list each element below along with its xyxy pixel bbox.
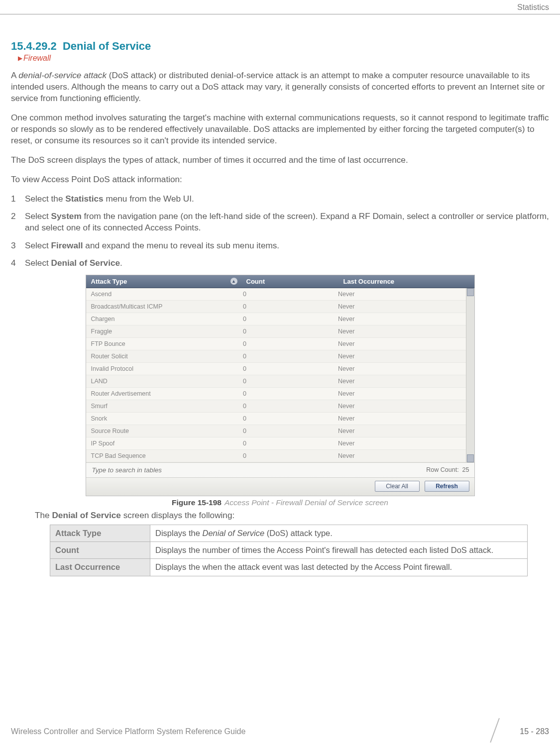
cell-count: 0 [238, 388, 333, 400]
scroll-up-icon[interactable] [467, 288, 474, 296]
text-emphasis: denial-of-service attack [18, 70, 107, 80]
table-row[interactable]: TCP Bad Sequence0Never [86, 450, 466, 462]
table-row[interactable]: Fraggle0Never [86, 325, 466, 338]
header-rule [0, 14, 560, 14]
table-body: Ascend0Never Broadcast/Multicast ICMP0Ne… [86, 288, 474, 462]
text-bold: Denial of Service [52, 510, 121, 520]
scroll-down-icon[interactable] [467, 454, 474, 462]
refresh-button[interactable]: Refresh [425, 481, 469, 492]
table-row[interactable]: IP Spoof0Never [86, 437, 466, 450]
paragraph-2: One common method involves saturating th… [11, 112, 549, 146]
cell-count: 0 [238, 375, 333, 387]
step-1: Select the Statistics menu from the Web … [11, 193, 549, 205]
cell-attack: FTP Bounce [86, 338, 238, 350]
table-row[interactable]: Invalid Protocol0Never [86, 363, 466, 375]
dos-screenshot: Attack Type ▲ Count Last Occurrence Asce… [86, 275, 475, 496]
cell-attack: Chargen [86, 313, 238, 325]
step-3: Select Firewall and expand the menu to r… [11, 240, 549, 251]
breadcrumb-arrow-icon: ▶ [18, 55, 22, 62]
cell-last: Never [333, 301, 466, 313]
text: A [11, 70, 18, 80]
step-4: Select Denial of Service. [11, 257, 549, 269]
table-row[interactable]: Ascend0Never [86, 288, 466, 301]
col-header-last-occurrence[interactable]: Last Occurrence [338, 275, 474, 288]
clear-all-button[interactable]: Clear All [375, 481, 420, 492]
text: The [35, 510, 52, 520]
table-row[interactable]: Router Advertisement0Never [86, 388, 466, 400]
cell-count: 0 [238, 413, 333, 425]
text: Attack Type [91, 278, 127, 285]
cell-attack: Ascend [86, 288, 238, 300]
cell-last: Never [333, 288, 466, 300]
sort-asc-icon[interactable]: ▲ [230, 278, 237, 285]
ref-desc: Displays the when the attack event was l… [150, 559, 528, 576]
reference-table: Attack Type Displays the Denial of Servi… [50, 525, 528, 576]
table-search-input[interactable] [91, 466, 213, 474]
text: Select the [25, 194, 65, 204]
cell-last: Never [333, 400, 466, 412]
row-count: Row Count: 25 [426, 466, 469, 473]
text: and expand the menu to reveal its sub me… [83, 240, 280, 250]
cell-count: 0 [238, 288, 333, 300]
col-header-attack-type[interactable]: Attack Type ▲ [86, 275, 241, 288]
paragraph-1: A denial-of-service attack (DoS attack) … [11, 70, 549, 104]
cell-attack: IP Spoof [86, 437, 238, 449]
cell-last: Never [333, 388, 466, 400]
cell-last: Never [333, 450, 466, 462]
table-row[interactable]: Chargen0Never [86, 313, 466, 325]
cell-count: 0 [238, 450, 333, 462]
cell-last: Never [333, 425, 466, 437]
table-row[interactable]: FTP Bounce0Never [86, 338, 466, 350]
cell-count: 0 [238, 350, 333, 362]
figure-text: Access Point - Firewall Denial of Servic… [224, 498, 388, 507]
col-header-count[interactable]: Count [241, 275, 338, 288]
cell-attack: Fraggle [86, 325, 238, 337]
cell-last: Never [333, 313, 466, 325]
cell-attack: Snork [86, 413, 238, 425]
text-bold: Denial of Service [51, 258, 120, 268]
section-number: 15.4.29.2 [11, 40, 57, 52]
scrollbar[interactable] [466, 288, 474, 462]
header-section-label: Statistics [517, 3, 549, 12]
cell-attack: Source Route [86, 425, 238, 437]
cell-attack: Smurf [86, 400, 238, 412]
text-bold: Firewall [51, 240, 83, 250]
text: (DoS) attack type. [264, 529, 333, 538]
cell-last: Never [333, 338, 466, 350]
cell-attack: Broadcast/Multicast ICMP [86, 301, 238, 313]
text: Select [25, 240, 51, 250]
table-row[interactable]: LAND0Never [86, 375, 466, 388]
cell-count: 0 [238, 301, 333, 313]
text: . [120, 258, 122, 268]
cell-last: Never [333, 325, 466, 337]
table-row[interactable]: Source Route0Never [86, 425, 466, 437]
table-row[interactable]: Snork0Never [86, 413, 466, 425]
footer-divider-icon [485, 720, 513, 743]
paragraph-4: To view Access Point DoS attack informat… [11, 174, 549, 185]
cell-count: 0 [238, 425, 333, 437]
text-emphasis: Denial of Service [202, 529, 264, 538]
ref-label: Last Occurrence [50, 559, 150, 576]
figure-caption: Figure 15-198Access Point - Firewall Den… [11, 498, 549, 507]
table-row[interactable]: Router Solicit0Never [86, 350, 466, 363]
cell-count: 0 [238, 313, 333, 325]
text-bold: Statistics [65, 194, 103, 204]
cell-last: Never [333, 350, 466, 362]
text: 25 [462, 466, 469, 473]
table-header-row: Attack Type ▲ Count Last Occurrence [86, 275, 474, 288]
table-row[interactable]: Smurf0Never [86, 400, 466, 413]
text: Displays the [155, 529, 202, 538]
cell-count: 0 [238, 400, 333, 412]
cell-attack: Invalid Protocol [86, 363, 238, 375]
text: screen displays the following: [121, 510, 234, 520]
cell-last: Never [333, 437, 466, 449]
ref-desc: Displays the number of times the Access … [150, 542, 528, 559]
paragraph-3: The DoS screen displays the types of att… [11, 154, 549, 166]
ref-row: Count Displays the number of times the A… [50, 542, 528, 559]
table-row[interactable]: Broadcast/Multicast ICMP0Never [86, 301, 466, 313]
ref-label: Count [50, 542, 150, 559]
text: from the navigation pane (on the left-ha… [25, 211, 549, 232]
cell-attack: Router Advertisement [86, 388, 238, 400]
ref-row: Attack Type Displays the Denial of Servi… [50, 525, 528, 541]
breadcrumb[interactable]: ▶Firewall [18, 54, 549, 63]
